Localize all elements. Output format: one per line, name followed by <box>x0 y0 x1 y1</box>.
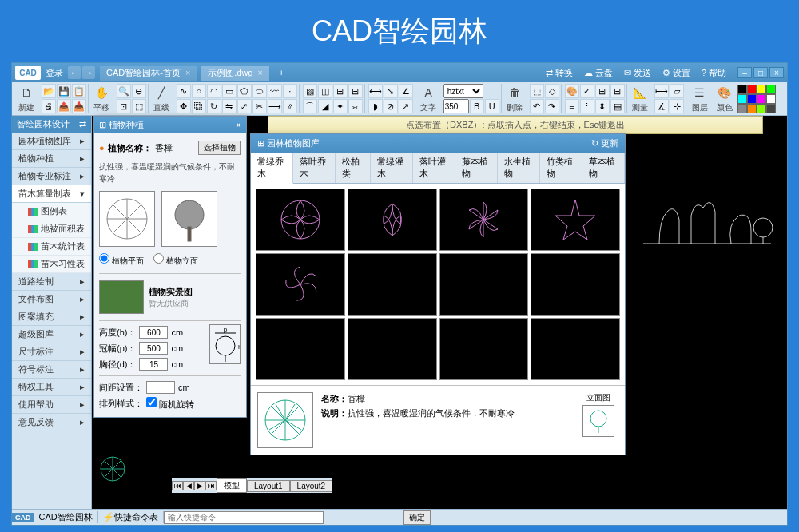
collapse-icon[interactable]: ⇄ <box>79 119 86 129</box>
deselect-icon[interactable]: ◇ <box>545 84 559 98</box>
distribute-icon[interactable]: ⋮ <box>580 99 594 113</box>
radio-plan[interactable]: 植物平面 <box>99 253 144 267</box>
dim-align-icon[interactable]: ⤡ <box>384 84 398 98</box>
tab-layout2[interactable]: Layout2 <box>290 480 333 492</box>
select-icon[interactable]: ⬚ <box>530 84 544 98</box>
library-item[interactable] <box>348 253 437 316</box>
elevation-preview[interactable] <box>161 191 217 247</box>
sidebar-item-library[interactable]: 园林植物图库▸ <box>12 133 91 150</box>
refresh-button[interactable]: ↻ 更新 <box>591 137 618 149</box>
dim-angle-icon[interactable]: ∠ <box>399 84 413 98</box>
library-item[interactable] <box>256 253 345 316</box>
convert-action[interactable]: ⇄转换 <box>543 67 576 79</box>
library-item[interactable] <box>439 189 529 251</box>
lib-tab-herb[interactable]: 草本植物 <box>582 153 625 183</box>
elevation-thumb[interactable] <box>582 405 614 437</box>
point-icon[interactable]: · <box>283 84 297 98</box>
scale-icon[interactable]: ⤢ <box>237 99 252 113</box>
tab-last-icon[interactable]: ⏭ <box>205 481 217 490</box>
lib-tab-evergreen-shrub[interactable]: 常绿灌木 <box>371 153 413 183</box>
color-swatch[interactable] <box>737 85 747 94</box>
close-icon[interactable]: × <box>185 68 190 77</box>
insert-icon[interactable]: ⊞ <box>333 84 348 98</box>
redo-icon[interactable]: ↷ <box>545 99 559 113</box>
chamfer-icon[interactable]: ◢ <box>318 99 332 113</box>
extend-icon[interactable]: ⟶ <box>268 99 282 113</box>
sidebar-item-dim[interactable]: 尺寸标注▸ <box>12 343 91 361</box>
library-header[interactable]: ⊞ 园林植物图库↻ 更新 <box>251 134 625 153</box>
color-swatch[interactable] <box>766 85 776 94</box>
sidebar-item-feedback[interactable]: 意见反馈▸ <box>12 414 91 431</box>
underline-icon[interactable]: U <box>485 99 499 113</box>
tab-home[interactable]: CAD智绘园林-首页× <box>100 66 197 81</box>
fillet-icon[interactable]: ⌒ <box>303 99 317 113</box>
close-icon[interactable]: × <box>236 120 241 131</box>
sidebar-item-superlib[interactable]: 超级图库▸ <box>12 326 91 343</box>
color-swatch[interactable] <box>766 104 776 113</box>
dist-icon[interactable]: ⟼ <box>654 84 669 98</box>
maximize-icon[interactable]: □ <box>753 67 768 78</box>
sidebar-sub-legend[interactable]: 图例表 <box>12 203 91 220</box>
ungroup-icon[interactable]: ⊟ <box>610 84 625 98</box>
measure-button[interactable]: 📐测量 <box>629 85 652 113</box>
color-swatch[interactable] <box>737 94 747 104</box>
settings-action[interactable]: ⚙设置 <box>659 67 694 79</box>
tab-model[interactable]: 模型 <box>217 478 247 493</box>
rotate-icon[interactable]: ↻ <box>207 99 221 113</box>
ok-button[interactable]: 确定 <box>403 510 431 525</box>
block-icon[interactable]: ◫ <box>318 84 332 98</box>
sidebar-sub-area[interactable]: 地被面积表 <box>12 220 91 238</box>
nav-forward-icon[interactable]: → <box>82 66 95 79</box>
plant-panel-header[interactable]: ⊞ 植物种植× <box>94 117 246 133</box>
arc-icon[interactable]: ◠ <box>207 84 221 98</box>
move-icon[interactable]: ✥ <box>177 99 191 113</box>
sidebar-item-layout[interactable]: 文件布图▸ <box>12 291 91 308</box>
spacing-input[interactable] <box>146 381 175 394</box>
lib-tab-deciduous-shrub[interactable]: 落叶灌木 <box>413 153 455 183</box>
help-action[interactable]: ?帮助 <box>698 67 729 79</box>
dim-dia-icon[interactable]: ⊘ <box>384 99 398 113</box>
dim-linear-icon[interactable]: ⟷ <box>368 84 383 98</box>
library-item[interactable] <box>531 318 620 380</box>
area-icon[interactable]: ▱ <box>670 84 684 98</box>
zoom-fit-icon[interactable]: ⊡ <box>117 99 131 113</box>
tab-add-icon[interactable]: + <box>274 68 288 77</box>
tab-next-icon[interactable]: ▶ <box>194 481 205 490</box>
shortcut-button[interactable]: ⚡快捷命令表 <box>98 511 164 523</box>
order-icon[interactable]: ⬍ <box>595 99 610 113</box>
color-swatch[interactable] <box>747 104 757 113</box>
sidebar-sub-habit[interactable]: 苗木习性表 <box>12 256 91 273</box>
zoom-window-icon[interactable]: ⬚ <box>132 99 146 113</box>
delete-button[interactable]: 🗑删除 <box>503 85 527 113</box>
saveas-icon[interactable]: 📋 <box>72 84 86 98</box>
library-item[interactable] <box>531 253 620 316</box>
select-plant-button[interactable]: 选择植物 <box>198 141 241 155</box>
color-swatch[interactable] <box>766 94 776 104</box>
library-item[interactable] <box>348 318 437 380</box>
library-item[interactable] <box>256 318 345 380</box>
lib-tab-evergreen-tree[interactable]: 常绿乔木 <box>251 153 293 184</box>
group-icon[interactable]: ⊞ <box>595 84 610 98</box>
color-swatch[interactable] <box>737 104 747 113</box>
color-swatch[interactable] <box>747 85 757 94</box>
tab-prev-icon[interactable]: ◀ <box>183 481 194 490</box>
cloud-action[interactable]: ☁云盘 <box>581 67 616 79</box>
color-swatch[interactable] <box>757 85 766 94</box>
offset-icon[interactable]: ⫽ <box>283 99 297 113</box>
height-input[interactable] <box>139 326 168 339</box>
color-swatch[interactable] <box>757 104 766 113</box>
polygon-icon[interactable]: ⬠ <box>237 84 252 98</box>
color-button[interactable]: 🎨颜色 <box>713 85 736 113</box>
export-icon[interactable]: 📤 <box>57 99 71 113</box>
join-icon[interactable]: ⟗ <box>348 99 363 113</box>
color-swatch[interactable] <box>747 94 757 104</box>
print-icon[interactable]: 🖨 <box>42 99 56 113</box>
library-item[interactable] <box>531 189 620 251</box>
size-input[interactable] <box>443 99 469 113</box>
array-icon[interactable]: ⊟ <box>348 84 363 98</box>
dbh-input[interactable] <box>139 358 168 371</box>
coord-icon[interactable]: ⊹ <box>670 99 684 113</box>
import-icon[interactable]: 📥 <box>72 99 86 113</box>
sidebar-item-quantity[interactable]: 苗木算量制表▾ <box>12 185 91 203</box>
lib-tab-deciduous-tree[interactable]: 落叶乔木 <box>293 153 336 183</box>
